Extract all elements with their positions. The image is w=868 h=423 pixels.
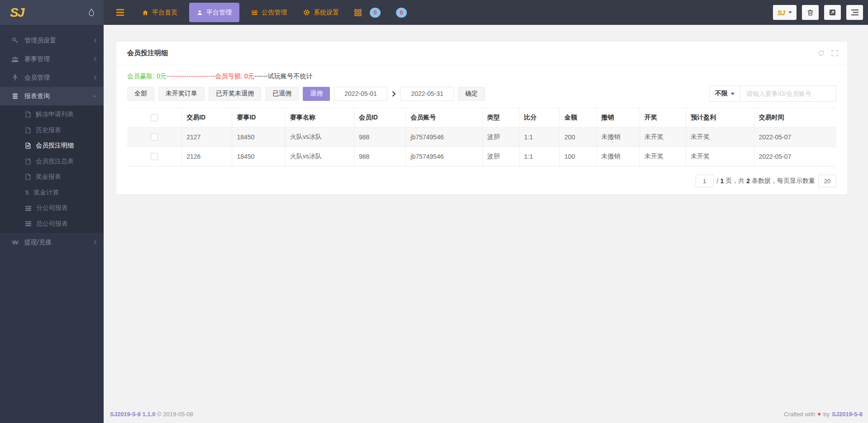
date-to-input[interactable] (401, 87, 454, 101)
cell-member-account: jb75749546 (406, 147, 482, 166)
sidebar-item-admin-settings[interactable]: 管理员设置 (0, 31, 104, 50)
topbar-main: 平台首页 平台管理 公告管理 系统设置 (104, 0, 868, 25)
chevron-left-icon (94, 57, 97, 62)
sidebar-item-withdraw-recharge[interactable]: ₩ 提现/充值 (0, 233, 104, 252)
nav-item-system-settings[interactable]: 系统设置 (295, 0, 347, 25)
sidebar-subitem-label: 奖金报表 (36, 173, 61, 181)
clear-cache-button[interactable] (802, 5, 819, 20)
column-header: 开奖 (640, 108, 686, 128)
cell-trade-time: 2022-05-07 (754, 128, 836, 147)
author-link[interactable]: SJ2019-5-8 (832, 411, 863, 418)
nav-item-announce-manage[interactable]: 公告管理 (243, 0, 295, 25)
total-pages: 1 (720, 177, 724, 185)
won-currency-icon: ₩ (11, 239, 19, 246)
sidebar-subitem-bonus-report[interactable]: 奖金报表 (0, 169, 104, 185)
apps-grid-icon[interactable] (354, 9, 362, 16)
nav-label: 公告管理 (262, 9, 287, 17)
sidebar-item-match-manage[interactable]: 赛事管理 (0, 50, 104, 68)
row-checkbox[interactable] (151, 153, 158, 160)
version-link[interactable]: SJ2019-5-8 1.1.0 (110, 411, 155, 418)
cell-score: 1:1 (520, 147, 560, 166)
nav-item-platform-home[interactable]: 平台首页 (134, 0, 186, 25)
column-header: 类型 (482, 108, 519, 128)
cell-match-name: 火队vs冰队 (285, 147, 354, 166)
panel-title: 会员投注明细 (127, 49, 168, 57)
hamburger-menu-icon[interactable] (116, 9, 124, 16)
cell-trade-id: 2126 (182, 147, 232, 166)
select-all-checkbox[interactable] (151, 114, 158, 121)
scope-dropdown-button[interactable]: 不限 (709, 86, 740, 102)
confirm-button[interactable]: 确定 (458, 87, 485, 101)
chevron-down-icon (92, 95, 97, 98)
chevron-right-icon[interactable] (392, 91, 396, 97)
sidebar-subitem-bonus-calc[interactable]: $ 奖金计算 (0, 185, 104, 201)
user-menu-button[interactable]: SJ (773, 5, 796, 20)
page-size-input[interactable] (818, 175, 836, 187)
cell-match-id: 18450 (232, 147, 286, 166)
droplet-icon[interactable] (88, 9, 95, 16)
filter-rebated-button[interactable]: 已退佣 (265, 87, 299, 101)
cell-trade-time: 2022-05-07 (754, 147, 836, 166)
column-header: 赛事ID (232, 108, 286, 128)
sidebar-subitem-member-bet-detail[interactable]: 会员投注明细 (0, 138, 104, 154)
search-group: 不限 (709, 86, 836, 102)
filter-undrawn-orders-button[interactable]: 未开奖订单 (158, 87, 205, 101)
database-icon (11, 93, 19, 100)
search-input[interactable] (740, 86, 836, 102)
sidebar-subitem-label: 奖金计算 (33, 189, 59, 197)
announcement-list-icon (251, 10, 258, 16)
cell-expected-profit: 未开奖 (686, 128, 754, 147)
refresh-icon[interactable] (818, 50, 825, 57)
sidebar-item-label: 管理员设置 (24, 37, 94, 45)
cell-amount: 100 (560, 147, 596, 166)
date-from-input[interactable] (334, 87, 387, 101)
log-list-button[interactable] (846, 5, 863, 20)
file-icon (25, 111, 31, 118)
row-checkbox[interactable] (151, 133, 158, 141)
home-icon (142, 10, 148, 16)
bet-detail-table: 交易ID 赛事ID 赛事名称 会员ID 会员账号 类型 比分 金额 撤销 开奖 … (127, 108, 836, 166)
sidebar-subitem-history-report[interactable]: 历史报表 (0, 123, 104, 138)
column-header: 交易ID (182, 108, 232, 128)
top-navigation: 平台首页 平台管理 公告管理 系统设置 (134, 0, 347, 25)
gear-icon (303, 9, 310, 16)
cell-draw-status: 未开奖 (640, 128, 686, 147)
column-header: 会员账号 (406, 108, 482, 128)
sidebar-subitem-unfreeze-list[interactable]: 解冻申请列表 (0, 107, 104, 123)
topbar-right-tools: SJ (773, 5, 868, 20)
sidebar-subitem-headoffice-report[interactable]: 总公司报表 (0, 216, 104, 232)
fullscreen-icon[interactable] (831, 50, 838, 57)
cell-member-account: jb75749546 (406, 128, 482, 147)
pagination-separator: / (717, 177, 719, 185)
filter-all-button[interactable]: 全部 (127, 87, 154, 101)
cell-cancel-status: 未撤销 (596, 147, 640, 166)
column-header: 金额 (560, 108, 596, 128)
heart-icon: ♥ (818, 411, 821, 418)
panel-tools (818, 50, 838, 57)
dollar-icon: $ (25, 189, 29, 196)
filter-rebate-button[interactable]: 退佣 (303, 87, 330, 101)
sidebar-item-member-manage[interactable]: 会员管理 (0, 68, 104, 87)
column-header: 预计盈利 (686, 108, 754, 128)
crafted-by-text: by (823, 411, 830, 418)
crafted-text: Crafted with (784, 411, 815, 418)
sidebar-item-report-query[interactable]: 报表查询 (0, 87, 104, 105)
page-footer: SJ2019-5-8 1.1.0 © 2019-05-08 Crafted wi… (104, 405, 868, 423)
notification-badge-2[interactable]: 0 (396, 8, 407, 18)
cell-draw-status: 未开奖 (640, 147, 686, 166)
external-link-button[interactable] (824, 5, 841, 20)
member-loss-stat: ----------------------会员亏损: 0元 (167, 72, 254, 80)
notification-badge-1[interactable]: 0 (370, 8, 381, 18)
row-select-cell (127, 128, 182, 147)
cell-expected-profit: 未开奖 (686, 147, 754, 166)
chevron-down-icon (731, 93, 734, 95)
chevron-left-icon (94, 240, 97, 245)
sidebar-item-label: 报表查询 (24, 92, 92, 100)
file-icon (25, 127, 31, 133)
nav-item-platform-manage[interactable]: 平台管理 (189, 3, 239, 22)
filter-drawn-unrebated-button[interactable]: 已开奖未退佣 (209, 87, 261, 101)
sidebar-subitem-member-bet-total[interactable]: 会员投注总表 (0, 154, 104, 170)
cell-cancel-status: 未撤销 (596, 128, 640, 147)
page-input[interactable] (696, 175, 714, 187)
sidebar-subitem-branch-report[interactable]: 分公司报表 (0, 200, 104, 216)
